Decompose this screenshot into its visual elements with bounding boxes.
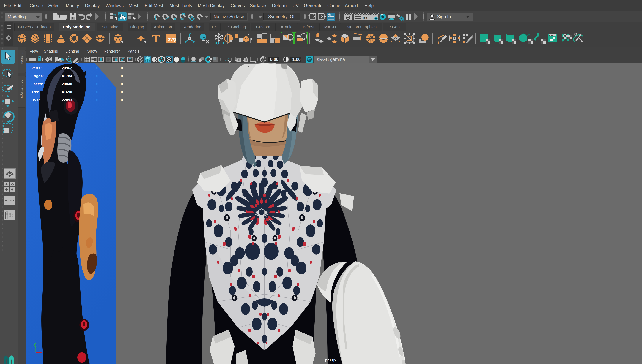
svg-text:0: 0 (96, 74, 99, 78)
svg-text:y: y (34, 342, 36, 346)
svg-text:20962: 20962 (62, 66, 72, 70)
svg-text:22093: 22093 (62, 98, 72, 102)
svg-text:0: 0 (96, 82, 99, 86)
svg-text:Tris:: Tris: (31, 90, 39, 94)
svg-text:T: T (129, 58, 131, 62)
svg-text:0,0,0: 0,0,0 (215, 40, 224, 45)
svg-text:persp: persp (325, 358, 336, 362)
svg-text:0: 0 (121, 66, 123, 70)
svg-text:0: 0 (96, 98, 99, 102)
svg-text:0: 0 (96, 66, 99, 70)
svg-text:0: 0 (121, 74, 123, 78)
svg-text:sRGB gamma: sRGB gamma (317, 57, 345, 62)
svg-text:Verts:: Verts: (31, 66, 42, 70)
svg-text:0: 0 (121, 90, 123, 94)
svg-text:UVs:: UVs: (31, 98, 40, 102)
svg-text:0: 0 (121, 82, 123, 86)
svg-text:Edges:: Edges: (31, 74, 44, 78)
svg-text:1.00: 1.00 (292, 57, 301, 62)
svg-text:T: T (152, 32, 160, 45)
svg-text:ON: ON (307, 58, 311, 61)
svg-text:Faces:: Faces: (31, 82, 43, 86)
svg-text:20840: 20840 (62, 82, 72, 86)
svg-text:0: 0 (121, 98, 123, 102)
svg-text:IPR: IPR (363, 16, 367, 20)
svg-text:41784: 41784 (62, 74, 72, 78)
svg-text:svg: svg (168, 36, 176, 42)
svg-text:0.00: 0.00 (270, 57, 279, 62)
svg-text:x: x (42, 352, 44, 355)
svg-text:0: 0 (96, 90, 99, 94)
svg-text:41690: 41690 (62, 90, 72, 94)
